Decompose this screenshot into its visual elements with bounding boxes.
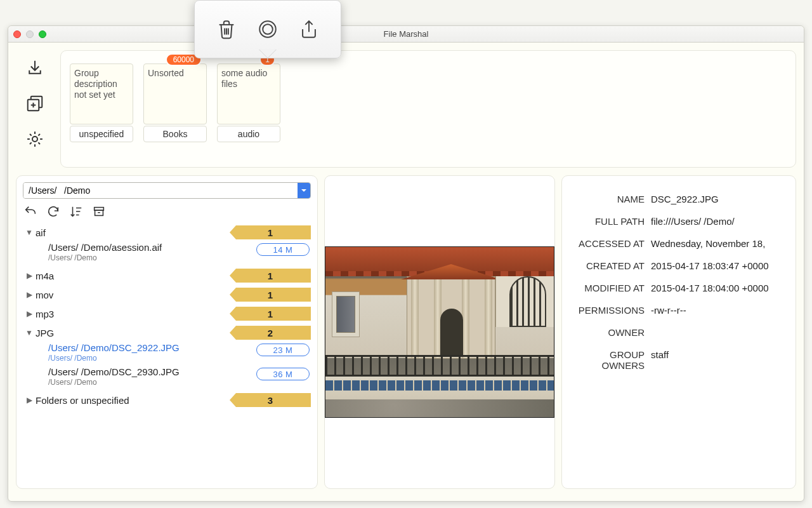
meta-value: DSC_2922.JPG bbox=[651, 194, 787, 204]
group-card-audio[interactable]: 1 some audio files audio bbox=[217, 64, 280, 167]
meta-value: 2015-04-17 18:04:00 +0000 bbox=[651, 283, 787, 293]
metadata-panel: NAME DSC_2922.JPG FULL PATH file:///User… bbox=[561, 175, 796, 489]
meta-row-owner: OWNER bbox=[571, 327, 787, 338]
meta-row-name: NAME DSC_2922.JPG bbox=[571, 194, 787, 204]
refresh-icon[interactable] bbox=[46, 204, 61, 219]
svg-point-2 bbox=[32, 137, 37, 142]
image-preview[interactable] bbox=[325, 246, 554, 418]
action-popover bbox=[194, 0, 341, 58]
trash-icon[interactable] bbox=[214, 17, 239, 42]
preview-panel bbox=[324, 175, 555, 489]
share-icon[interactable] bbox=[296, 17, 322, 42]
groups-panel: Group description not set yet unspecifie… bbox=[60, 50, 796, 168]
gear-icon[interactable] bbox=[25, 129, 45, 149]
group-desc: some audio files bbox=[217, 64, 280, 124]
zoom-window-button[interactable] bbox=[39, 30, 46, 38]
circle-record-icon[interactable] bbox=[255, 17, 280, 42]
count-tag: 1 bbox=[230, 307, 311, 321]
disclosure-right-icon[interactable]: ▶ bbox=[23, 309, 36, 318]
traffic-lights bbox=[13, 30, 46, 38]
svg-point-5 bbox=[259, 21, 276, 37]
minimize-window-button[interactable] bbox=[26, 30, 34, 38]
meta-key: PERMISSIONS bbox=[571, 305, 651, 316]
count-tag: 1 bbox=[230, 269, 311, 283]
tree-group-m4a[interactable]: ▶ m4a 1 bbox=[23, 266, 311, 285]
meta-row-created: CREATED AT 2015-04-17 18:03:47 +0000 bbox=[571, 260, 787, 271]
meta-row-fullpath: FULL PATH file:///Users/ /Demo/ bbox=[571, 216, 787, 227]
count-tag: 1 bbox=[230, 288, 311, 302]
archive-icon[interactable] bbox=[91, 204, 107, 219]
undo-icon[interactable] bbox=[23, 204, 38, 219]
file-size-pill: 14 M bbox=[256, 243, 310, 256]
disclosure-down-icon[interactable]: ▼ bbox=[23, 228, 36, 237]
meta-key: MODIFIED AT bbox=[571, 283, 651, 293]
meta-row-permissions: PERMISSIONS -rw-r--r-- bbox=[571, 305, 787, 316]
tree-group-mov[interactable]: ▶ mov 1 bbox=[23, 285, 311, 304]
lower-panels: ▼ aif 1 /Users/ /Demo/asession.aif /User… bbox=[8, 175, 804, 497]
count-tag: 3 bbox=[230, 393, 311, 407]
path-dropdown-button[interactable] bbox=[298, 183, 310, 198]
meta-key: GROUP OWNERS bbox=[571, 349, 651, 371]
file-size-pill: 23 M bbox=[256, 344, 310, 356]
tree-group-jpg[interactable]: ▼ JPG 2 bbox=[23, 323, 311, 342]
file-row[interactable]: /Users/ /Demo/DSC_2930.JPG /Users/ /Demo… bbox=[23, 366, 311, 391]
count-tag: 1 bbox=[230, 225, 311, 239]
left-tool-column bbox=[16, 50, 54, 168]
titlebar[interactable]: File Marshal bbox=[8, 26, 804, 43]
file-row[interactable]: /Users/ /Demo/asession.aif /Users/ /Demo… bbox=[23, 242, 311, 266]
group-card-unspecified[interactable]: Group description not set yet unspecifie… bbox=[70, 64, 133, 167]
count-tag: 2 bbox=[230, 326, 311, 340]
group-label: audio bbox=[217, 126, 280, 142]
tree-group-mp3[interactable]: ▶ mp3 1 bbox=[23, 304, 311, 323]
close-window-button[interactable] bbox=[13, 30, 21, 38]
meta-key: FULL PATH bbox=[571, 216, 651, 227]
meta-value: Wednesday, November 18, bbox=[651, 238, 787, 249]
tree-toolbar bbox=[23, 204, 311, 219]
meta-key: OWNER bbox=[571, 327, 651, 338]
disclosure-right-icon[interactable]: ▶ bbox=[23, 271, 36, 280]
meta-key: NAME bbox=[571, 194, 651, 204]
meta-value: staff bbox=[651, 349, 787, 360]
disclosure-right-icon[interactable]: ▶ bbox=[23, 396, 36, 404]
group-card-books[interactable]: 60000 Unsorted Books bbox=[143, 64, 207, 167]
tree-group-folders[interactable]: ▶ Folders or unspecified 3 bbox=[23, 391, 311, 410]
group-label: unspecified bbox=[70, 126, 133, 142]
meta-row-group-owners: GROUP OWNERS staff bbox=[571, 349, 787, 371]
group-label: Books bbox=[143, 126, 207, 142]
path-input[interactable] bbox=[23, 183, 298, 198]
sort-icon[interactable] bbox=[69, 204, 84, 219]
meta-row-modified: MODIFIED AT 2015-04-17 18:04:00 +0000 bbox=[571, 283, 787, 293]
window-title: File Marshal bbox=[384, 29, 429, 39]
meta-value: file:///Users/ /Demo/ bbox=[651, 216, 787, 227]
file-row-selected[interactable]: /Users/ /Demo/DSC_2922.JPG /Users/ /Demo… bbox=[23, 342, 311, 366]
file-size-pill: 36 M bbox=[256, 368, 310, 380]
meta-key: ACCESSED AT bbox=[571, 238, 651, 249]
meta-value: -rw-r--r-- bbox=[651, 305, 787, 316]
group-desc: Group description not set yet bbox=[70, 64, 133, 124]
add-stack-icon[interactable] bbox=[25, 93, 45, 114]
svg-point-6 bbox=[263, 24, 273, 34]
tree-group-aif[interactable]: ▼ aif 1 bbox=[23, 223, 311, 242]
meta-key: CREATED AT bbox=[571, 260, 651, 271]
file-tree-panel: ▼ aif 1 /Users/ /Demo/asession.aif /User… bbox=[16, 175, 318, 489]
meta-row-accessed: ACCESSED AT Wednesday, November 18, bbox=[571, 238, 787, 249]
app-window: File Marshal Group description not set y… bbox=[8, 25, 804, 502]
file-tree: ▼ aif 1 /Users/ /Demo/asession.aif /User… bbox=[23, 223, 311, 410]
path-combo[interactable] bbox=[23, 182, 311, 199]
disclosure-right-icon[interactable]: ▶ bbox=[23, 290, 36, 299]
meta-value: 2015-04-17 18:03:47 +0000 bbox=[651, 260, 787, 271]
disclosure-down-icon[interactable]: ▼ bbox=[23, 328, 36, 337]
group-desc: Unsorted bbox=[143, 64, 207, 124]
import-icon[interactable] bbox=[25, 58, 45, 78]
top-toolbar-area: Group description not set yet unspecifie… bbox=[8, 43, 804, 175]
